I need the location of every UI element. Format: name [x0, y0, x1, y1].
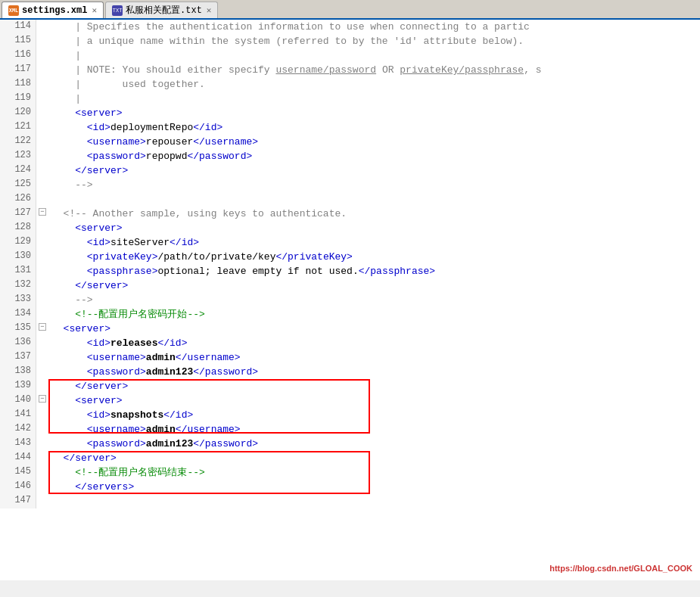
line-number: 125 — [0, 178, 36, 192]
fold-gutter — [36, 48, 48, 63]
code-line-139: 139 </server> — [0, 379, 700, 393]
line-content: --> — [48, 178, 700, 192]
line-number: 120 — [0, 106, 36, 120]
line-number: 143 — [0, 437, 36, 451]
fold-gutter — [36, 250, 48, 264]
line-number: 126 — [0, 192, 36, 207]
code-line-126: 126 — [0, 192, 700, 207]
line-number: 122 — [0, 135, 36, 149]
line-number: 133 — [0, 293, 36, 307]
line-content — [48, 494, 700, 508]
line-content: </server> — [48, 451, 700, 465]
code-line-125: 125 --> — [0, 178, 700, 192]
code-line-120: 120 <server> — [0, 106, 700, 120]
code-line-140: 140− <server> — [0, 393, 700, 408]
tab-settings-xml[interactable]: XML settings.xml ✕ — [2, 2, 104, 18]
line-content: <server> — [48, 393, 700, 408]
line-content: <privateKey>/path/to/private/key</privat… — [48, 250, 700, 264]
fold-gutter — [36, 465, 48, 480]
code-line-119: 119 | — [0, 92, 700, 106]
fold-gutter — [36, 278, 48, 293]
fold-gutter — [36, 63, 48, 77]
line-content: </server> — [48, 379, 700, 393]
line-number: 142 — [0, 422, 36, 437]
line-content: <password>admin123</password> — [48, 437, 700, 451]
fold-gutter[interactable]: − — [36, 207, 48, 221]
line-number: 124 — [0, 163, 36, 178]
line-content — [48, 192, 700, 207]
line-content: <id>releases</id> — [48, 336, 700, 350]
fold-gutter — [36, 120, 48, 135]
line-number: 140 — [0, 393, 36, 408]
watermark-highlight: K — [686, 564, 692, 573]
line-content: | — [48, 92, 700, 106]
code-line-129: 129 <id>siteServer</id> — [0, 235, 700, 250]
code-line-141: 141 <id>snapshots</id> — [0, 408, 700, 422]
line-content: | NOTE: You should either specify userna… — [48, 63, 700, 77]
line-number: 130 — [0, 250, 36, 264]
line-number: 134 — [0, 307, 36, 322]
code-line-142: 142 <username>admin</username> — [0, 422, 700, 437]
line-number: 119 — [0, 92, 36, 106]
code-line-128: 128 <server> — [0, 221, 700, 235]
line-content: </server> — [48, 278, 700, 293]
fold-gutter — [36, 221, 48, 235]
line-number: 114 — [0, 20, 36, 34]
line-number: 145 — [0, 465, 36, 480]
line-number: 141 — [0, 408, 36, 422]
line-number: 116 — [0, 48, 36, 63]
txt-icon: TXT — [112, 5, 123, 16]
line-number: 138 — [0, 365, 36, 379]
code-line-130: 130 <privateKey>/path/to/private/key</pr… — [0, 250, 700, 264]
xml-icon: XML — [8, 5, 19, 16]
line-content: </servers> — [48, 480, 700, 494]
fold-gutter — [36, 307, 48, 322]
fold-gutter — [36, 379, 48, 393]
fold-gutter — [36, 192, 48, 207]
fold-gutter — [36, 437, 48, 451]
line-content: | Specifies the authentication informati… — [48, 20, 700, 34]
line-number: 135 — [0, 322, 36, 336]
code-line-134: 134 <!--配置用户名密码开始--> — [0, 307, 700, 322]
code-line-115: 115 | a unique name within the system (r… — [0, 34, 700, 48]
code-line-132: 132 </server> — [0, 278, 700, 293]
fold-gutter — [36, 77, 48, 92]
fold-gutter[interactable]: − — [36, 322, 48, 336]
line-number: 121 — [0, 120, 36, 135]
line-number: 147 — [0, 494, 36, 508]
line-content: </server> — [48, 163, 700, 178]
tab-private-txt[interactable]: TXT 私服相关配置.txt ✕ — [105, 2, 218, 18]
fold-gutter — [36, 494, 48, 508]
line-content: | — [48, 48, 700, 63]
code-line-147: 147 — [0, 494, 700, 508]
fold-gutter — [36, 293, 48, 307]
fold-gutter — [36, 264, 48, 278]
code-line-137: 137 <username>admin</username> — [0, 350, 700, 365]
line-content: <password>admin123</password> — [48, 365, 700, 379]
line-content: <username>admin</username> — [48, 422, 700, 437]
line-content: <server> — [48, 106, 700, 120]
tab-settings-close[interactable]: ✕ — [92, 5, 97, 15]
line-number: 137 — [0, 350, 36, 365]
line-number: 128 — [0, 221, 36, 235]
code-line-116: 116 | — [0, 48, 700, 63]
line-content: <username>admin</username> — [48, 350, 700, 365]
fold-gutter — [36, 336, 48, 350]
tab-private-close[interactable]: ✕ — [207, 5, 212, 15]
line-content: <!--配置用户名密码结束--> — [48, 465, 700, 480]
code-area: 114 | Specifies the authentication infor… — [0, 20, 700, 508]
code-line-138: 138 <password>admin123</password> — [0, 365, 700, 379]
fold-gutter[interactable]: − — [36, 393, 48, 408]
line-number: 146 — [0, 480, 36, 494]
line-content: <id>deploymentRepo</id> — [48, 120, 700, 135]
fold-gutter — [36, 451, 48, 465]
line-number: 136 — [0, 336, 36, 350]
line-content: <id>siteServer</id> — [48, 235, 700, 250]
fold-gutter — [36, 20, 48, 34]
watermark-text: https://blog.csdn.net/GLOAL_COO — [549, 564, 686, 573]
code-line-133: 133 --> — [0, 293, 700, 307]
code-line-145: 145 <!--配置用户名密码结束--> — [0, 465, 700, 480]
code-line-135: 135− <server> — [0, 322, 700, 336]
code-line-124: 124 </server> — [0, 163, 700, 178]
fold-gutter — [36, 92, 48, 106]
